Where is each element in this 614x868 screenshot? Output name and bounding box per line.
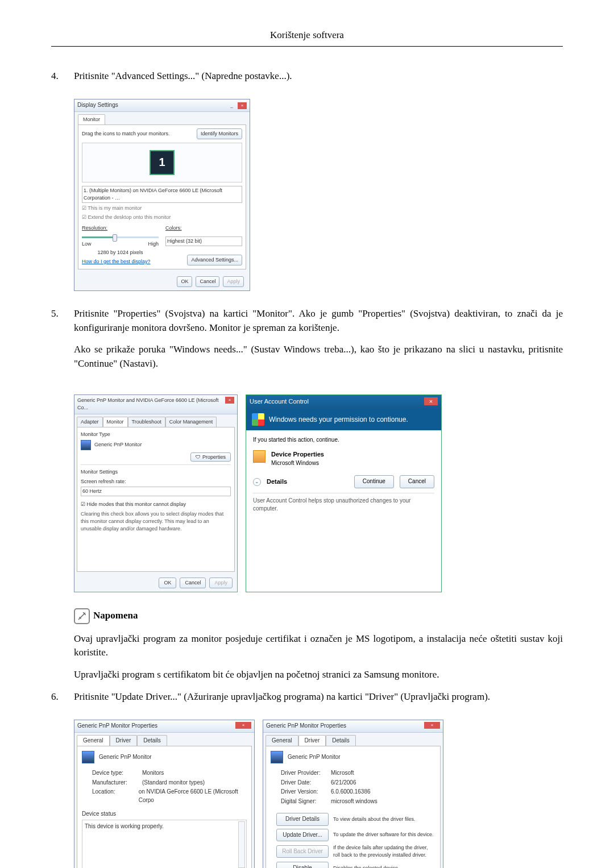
location-value: on NVIDIA GeForce 6600 LE (Microsoft Cor… xyxy=(139,788,247,804)
page-header: Korištenje softvera xyxy=(51,28,563,47)
cancel-button[interactable]: Cancel xyxy=(196,276,219,287)
ok-button[interactable]: OK xyxy=(177,276,192,287)
driver-provider-label: Driver Provider: xyxy=(281,769,331,778)
tab-color-management[interactable]: Color Management xyxy=(165,417,217,427)
window-title: Generic PnP Monitor and NVIDIA GeForce 6… xyxy=(77,397,225,412)
tab-troubleshoot[interactable]: Troubleshoot xyxy=(128,417,165,427)
step-5: 5. Pritisnite "Properties" (Svojstva) na… xyxy=(51,307,563,379)
close-icon[interactable]: × xyxy=(424,722,440,729)
window-title: User Account Control xyxy=(250,397,424,406)
program-publisher: Microsoft Windows xyxy=(271,460,319,466)
tab-driver[interactable]: Driver xyxy=(110,735,138,746)
monitor-name: Generic PnP Monitor xyxy=(94,441,142,448)
tab-general[interactable]: General xyxy=(77,735,110,746)
disable-button[interactable]: Disable xyxy=(276,862,329,868)
advanced-settings-button[interactable]: Advanced Settings... xyxy=(187,255,242,265)
best-display-link[interactable]: How do I get the best display? xyxy=(82,258,151,265)
device-type-label: Device type: xyxy=(92,769,142,778)
driver-details-desc: To view details about the driver files. xyxy=(333,816,435,823)
properties-button[interactable]: 🛡 Properties xyxy=(190,452,231,462)
continue-button[interactable]: Continue xyxy=(354,475,394,488)
digital-signer-value: microsoft windows xyxy=(331,798,377,806)
drag-instruction: Drag the icons to match your monitors. xyxy=(82,130,170,138)
close-icon[interactable]: × xyxy=(225,397,234,404)
extend-desktop-checkbox: ☑ Extend the desktop onto this monitor xyxy=(82,214,242,221)
close-icon[interactable]: × xyxy=(238,102,247,109)
note-icon xyxy=(74,608,90,624)
step-number: 5. xyxy=(51,307,74,379)
device-name: Generic PnP Monitor xyxy=(99,753,152,762)
roll-back-desc: If the device fails after updating the d… xyxy=(333,844,435,859)
step-number: 4. xyxy=(51,69,74,84)
window-title: Generic PnP Monitor Properties xyxy=(77,722,235,730)
driver-properties-general: Generic PnP Monitor Properties × General… xyxy=(74,720,255,868)
ok-button[interactable]: OK xyxy=(159,578,176,588)
apply-button: Apply xyxy=(209,578,233,588)
monitor-1-icon[interactable]: 1 xyxy=(150,150,175,175)
device-status-box: This device is working properly. xyxy=(82,820,247,868)
tab-details[interactable]: Details xyxy=(137,735,167,746)
device-name: Generic PnP Monitor xyxy=(288,753,341,762)
program-icon xyxy=(253,450,265,463)
tab-monitor[interactable]: Monitor xyxy=(103,417,128,427)
tab-driver[interactable]: Driver xyxy=(298,735,326,746)
tab-adapter[interactable]: Adapter xyxy=(77,417,103,427)
note-paragraph-2: Upravljački program s certifikatom bit ć… xyxy=(74,668,563,682)
program-name: Device Properties xyxy=(271,450,324,459)
update-driver-button[interactable]: Update Driver... xyxy=(276,829,329,842)
identify-monitors-button[interactable]: Identify Monitors xyxy=(197,128,242,139)
screenshot-display-settings: Display Settings _ × Monitor Drag the ic… xyxy=(74,99,563,291)
device-status-label: Device status xyxy=(82,810,247,819)
device-status-text: This device is working properly. xyxy=(85,823,164,829)
monitor-icon xyxy=(271,751,283,763)
hide-modes-checkbox[interactable]: ☑ Hide modes that this monitor cannot di… xyxy=(81,501,231,508)
resolution-slider[interactable] xyxy=(82,236,159,238)
display-settings-window: Display Settings _ × Monitor Drag the ic… xyxy=(74,99,250,291)
location-label: Location: xyxy=(92,788,139,804)
driver-details-button[interactable]: Driver Details xyxy=(276,813,329,826)
tab-general[interactable]: General xyxy=(265,735,298,746)
driver-date-label: Driver Date: xyxy=(281,779,331,787)
tab-details[interactable]: Details xyxy=(326,735,356,746)
driver-version-value: 6.0.6000.16386 xyxy=(331,788,371,796)
minimize-icon[interactable]: _ xyxy=(227,102,236,109)
monitor-arrangement[interactable]: 1 xyxy=(82,143,242,182)
monitor-settings-group: Monitor Settings xyxy=(81,468,231,476)
cancel-button[interactable]: Cancel xyxy=(400,475,434,488)
refresh-rate-label: Screen refresh rate: xyxy=(81,478,231,485)
hide-modes-note: Clearing this check box allows you to se… xyxy=(81,510,231,533)
chevron-down-icon[interactable]: ⌄ xyxy=(253,478,261,486)
driver-provider-value: Microsoft xyxy=(331,769,354,778)
note-heading-row: Napomena xyxy=(74,608,563,624)
driver-date-value: 6/21/2006 xyxy=(331,779,356,787)
disable-desc: Disables the selected device. xyxy=(333,865,435,868)
details-toggle[interactable]: Details xyxy=(267,477,349,487)
screenshot-monitor-and-uac: Generic PnP Monitor and NVIDIA GeForce 6… xyxy=(74,394,563,592)
roll-back-driver-button: Roll Back Driver xyxy=(276,845,329,858)
step-number: 6. xyxy=(51,690,74,704)
resolution-label: Resolution: xyxy=(82,225,159,232)
note-paragraph-1: Ovaj upravljački program za monitor posj… xyxy=(74,632,563,660)
scrollbar[interactable] xyxy=(238,821,245,868)
manufacturer-label: Manufacturer: xyxy=(92,779,142,787)
driver-version-label: Driver Version: xyxy=(281,788,331,796)
manufacturer-value: (Standard monitor types) xyxy=(142,779,205,787)
colors-label: Colors: xyxy=(165,225,242,232)
window-title: Display Settings xyxy=(77,101,227,110)
tab-monitor[interactable]: Monitor xyxy=(78,114,105,124)
step-text: Pritisnite "Advanced Settings..." (Napre… xyxy=(74,69,563,84)
slider-low: Low xyxy=(82,240,92,248)
monitor-properties-window: Generic PnP Monitor and NVIDIA GeForce 6… xyxy=(74,394,238,592)
cancel-button[interactable]: Cancel xyxy=(180,578,206,588)
close-icon[interactable]: × xyxy=(235,722,251,729)
shield-icon xyxy=(252,413,264,426)
step-6: 6. Pritisnite "Update Driver..." (Ažurir… xyxy=(51,690,563,704)
device-type-value: Monitors xyxy=(142,769,164,778)
digital-signer-label: Digital Signer: xyxy=(281,798,331,806)
monitor-select[interactable]: 1. (Multiple Monitors) on NVIDIA GeForce… xyxy=(82,186,242,203)
colors-select[interactable]: Highest (32 bit) xyxy=(165,236,242,246)
uac-footer-text: User Account Control helps stop unauthor… xyxy=(253,493,434,513)
close-icon[interactable]: × xyxy=(424,397,438,405)
uac-banner-text: Windows needs your permission to contion… xyxy=(269,415,408,425)
refresh-rate-select[interactable]: 60 Hertz xyxy=(81,487,231,496)
